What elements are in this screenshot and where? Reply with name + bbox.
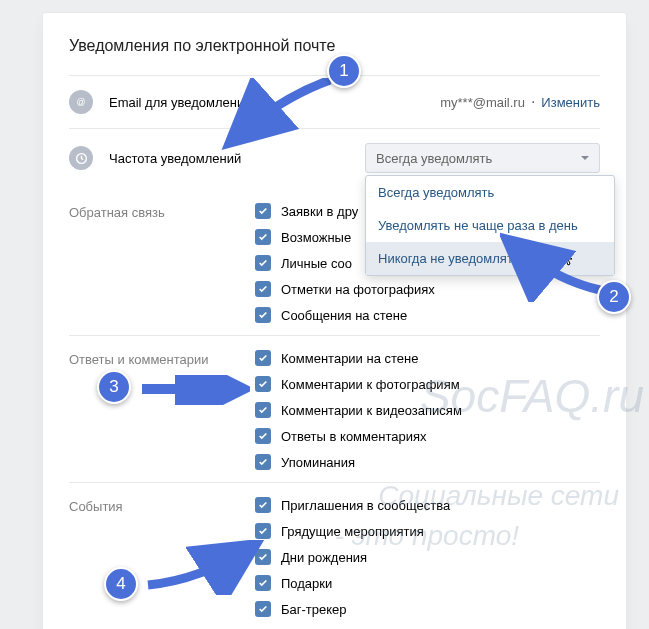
list-item: Комментарии на стене: [255, 350, 600, 366]
svg-text:@: @: [77, 97, 86, 107]
annotation-badge-2: 2: [597, 280, 631, 314]
frequency-option-0[interactable]: Всегда уведомлять: [366, 176, 614, 209]
watermark: Социальные сети: [378, 480, 619, 512]
checkbox[interactable]: [255, 281, 271, 297]
checkbox[interactable]: [255, 523, 271, 539]
email-value: my***@mail.ru: [440, 95, 525, 110]
email-label: Email для уведомлений: [109, 95, 440, 110]
frequency-select[interactable]: Всегда уведомлять: [365, 143, 600, 173]
annotation-badge-3: 3: [97, 370, 131, 404]
checkbox[interactable]: [255, 549, 271, 565]
checkbox[interactable]: [255, 350, 271, 366]
checkbox[interactable]: [255, 497, 271, 513]
cursor-icon: [560, 250, 574, 271]
checkbox[interactable]: [255, 376, 271, 392]
checkbox[interactable]: [255, 428, 271, 444]
frequency-option-1[interactable]: Уведомлять не чаще раза в день: [366, 209, 614, 242]
frequency-label: Частота уведомлений: [109, 151, 365, 166]
page-title: Уведомления по электронной почте: [69, 37, 600, 55]
section-replies-title: Ответы и комментарии: [69, 350, 255, 480]
clock-icon: [69, 146, 93, 170]
frequency-row: Частота уведомлений Всегда уведомлять Вс…: [69, 128, 600, 187]
frequency-option-2[interactable]: Никогда не уведомлять: [366, 242, 614, 275]
checkbox[interactable]: [255, 402, 271, 418]
chevron-down-icon: [581, 156, 589, 160]
watermark: SocFAQ.ru: [420, 370, 644, 423]
change-email-link[interactable]: Изменить: [541, 95, 600, 110]
checkbox[interactable]: [255, 203, 271, 219]
frequency-menu: Всегда уведомлять Уведомлять не чаще раз…: [365, 175, 615, 276]
watermark: - это просто!: [335, 520, 519, 552]
section-events-items: Приглашения в сообщества Грядущие меропр…: [255, 497, 600, 627]
list-item: Ответы в комментариях: [255, 428, 600, 444]
frequency-selected: Всегда уведомлять: [376, 151, 492, 166]
checkbox[interactable]: [255, 307, 271, 323]
list-item: Сообщения на стене: [255, 307, 600, 323]
email-icon: @: [69, 90, 93, 114]
checkbox[interactable]: [255, 454, 271, 470]
checkbox[interactable]: [255, 575, 271, 591]
annotation-badge-4: 4: [104, 567, 138, 601]
annotation-badge-1: 1: [327, 54, 361, 88]
section-events-title: События: [69, 497, 255, 627]
checkbox[interactable]: [255, 255, 271, 271]
frequency-dropdown: Всегда уведомлять Всегда уведомлять Увед…: [365, 143, 600, 173]
checkbox[interactable]: [255, 601, 271, 617]
checkbox[interactable]: [255, 229, 271, 245]
list-item: Подарки: [255, 575, 600, 591]
section-feedback-title: Обратная связь: [69, 203, 255, 333]
list-item: Упоминания: [255, 454, 600, 470]
list-item: Баг-трекер: [255, 601, 600, 617]
list-item: Отметки на фотографиях: [255, 281, 600, 297]
